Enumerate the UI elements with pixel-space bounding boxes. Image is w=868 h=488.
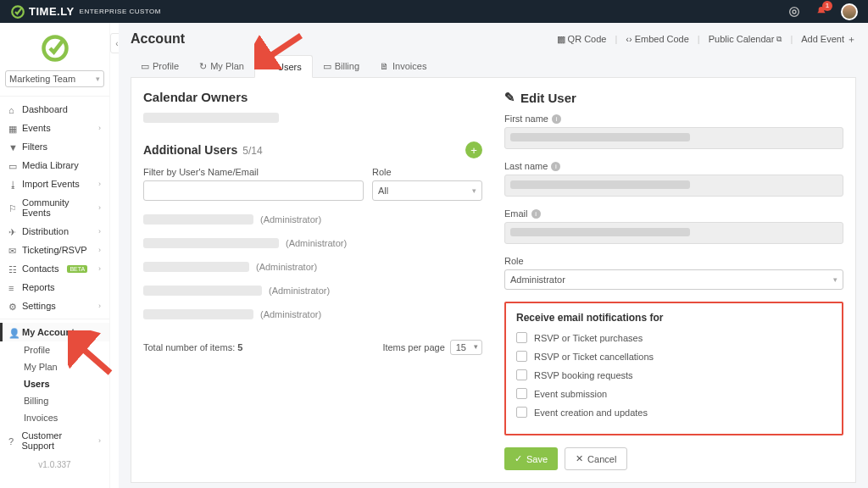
chevron-right-icon: › (98, 246, 101, 254)
notif-rsvp-purchases[interactable]: RSVP or Ticket purchases (516, 332, 832, 343)
user-row[interactable]: (Administrator) (143, 238, 482, 248)
sidebar-item-settings[interactable]: ⚙Settings› (0, 297, 109, 315)
email-notifications-box: Receive email notifications for RSVP or … (504, 302, 843, 435)
user-row[interactable]: (Administrator) (143, 262, 482, 272)
role-select[interactable]: Administrator▾ (504, 269, 843, 290)
sidebar-item-contacts[interactable]: ☷ContactsBETA› (0, 259, 109, 278)
notif-event-creation[interactable]: Event creation and updates (516, 407, 832, 418)
code-icon: ‹› (626, 34, 632, 44)
filter-icon: ▼ (8, 142, 17, 151)
sidebar-item-support[interactable]: ?Customer Support› (0, 426, 109, 455)
reports-icon: ≡ (8, 283, 17, 291)
sidebar-item-my-account[interactable]: 👤My Account⌄ (0, 323, 109, 341)
brand: TIME.LY ENTERPRISE CUSTOM (10, 4, 161, 19)
first-name-input[interactable] (504, 127, 843, 149)
save-button[interactable]: ✓Save (504, 447, 558, 470)
team-selector[interactable]: Marketing Team▾ (5, 70, 104, 87)
add-event-link[interactable]: Add Event ＋ (801, 33, 856, 46)
sidebar-sub-my-plan[interactable]: My Plan (0, 358, 109, 375)
tab-profile[interactable]: ▭Profile (131, 55, 189, 77)
sidebar-item-ticketing[interactable]: ✉Ticketing/RSVP› (0, 241, 109, 259)
tab-invoices[interactable]: 🗎Invoices (370, 55, 437, 77)
checkbox-label: Event submission (534, 389, 607, 399)
sidebar-sub-profile[interactable]: Profile (0, 341, 109, 358)
user-row[interactable]: (Administrator) (143, 309, 482, 319)
brand-logo-icon (10, 4, 25, 19)
tab-my-plan[interactable]: ↻My Plan (189, 55, 254, 77)
checkbox-label: Event creation and updates (534, 408, 648, 418)
profile-icon: ▭ (141, 61, 149, 72)
additional-users-title: Additional Users (143, 143, 237, 157)
user-role-text: (Administrator) (256, 262, 317, 272)
ticket-icon: ✉ (8, 246, 17, 254)
sidebar-item-filters[interactable]: ▼Filters (0, 137, 109, 156)
checkbox-label: RSVP or Ticket purchases (534, 333, 643, 343)
info-icon[interactable]: i (551, 162, 560, 171)
sidebar-item-community[interactable]: ⚐Community Events› (0, 193, 109, 222)
sidebar-sub-users[interactable]: Users (0, 375, 109, 392)
link-label: Public Calendar (709, 34, 775, 44)
sidebar-collapse-handle[interactable] (110, 23, 119, 488)
sidebar-item-dashboard[interactable]: ⌂Dashboard (0, 100, 109, 119)
checkbox-icon (516, 351, 527, 362)
notif-event-submission[interactable]: Event submission (516, 388, 832, 399)
page-title: Account (131, 31, 185, 47)
chevron-right-icon: › (98, 203, 101, 212)
svg-point-1 (790, 7, 799, 16)
sidebar-label: Filters (22, 141, 47, 152)
settings-icon: ⚙ (8, 302, 17, 310)
info-icon[interactable]: i (552, 114, 561, 124)
plus-icon: + (470, 144, 477, 157)
info-icon[interactable]: i (531, 209, 541, 219)
tab-billing[interactable]: ▭Billing (313, 55, 370, 77)
pencil-icon: ✎ (504, 90, 515, 105)
checkbox-icon (516, 407, 527, 418)
user-row[interactable]: (Administrator) (143, 286, 482, 296)
user-avatar[interactable] (841, 3, 858, 20)
notification-bell-icon[interactable]: 1 (814, 4, 829, 19)
notif-rsvp-cancellations[interactable]: RSVP or Ticket cancellations (516, 351, 832, 362)
brand-suffix: ENTERPRISE CUSTOM (80, 8, 161, 15)
media-icon: ▭ (8, 161, 17, 169)
sidebar-item-events[interactable]: ▦Events› (0, 119, 109, 137)
support-icon[interactable] (787, 4, 802, 19)
sidebar-item-distribution[interactable]: ✈Distribution› (0, 222, 109, 241)
external-link-icon: ⧉ (776, 35, 782, 44)
tab-label: My Plan (210, 61, 244, 71)
sidebar-sub-invoices[interactable]: Invoices (0, 409, 109, 426)
community-icon: ⚐ (8, 203, 17, 212)
embed-code-link[interactable]: ‹›Embed Code (626, 34, 689, 44)
filter-name-input[interactable] (143, 180, 364, 201)
items-per-page-select[interactable]: 15 (450, 340, 482, 355)
public-calendar-link[interactable]: Public Calendar⧉ (709, 34, 782, 44)
distribution-icon: ✈ (8, 227, 17, 236)
cancel-button[interactable]: ✕Cancel (565, 447, 627, 470)
link-label: Embed Code (635, 34, 689, 44)
email-input[interactable] (504, 222, 843, 244)
last-name-input[interactable] (504, 175, 843, 197)
svg-point-2 (793, 10, 796, 14)
edit-user-title: ✎Edit User (504, 90, 843, 105)
tab-users[interactable]: ⚑Users (254, 55, 313, 78)
sidebar-item-import[interactable]: ⭳Import Events› (0, 175, 109, 193)
team-selector-value: Marketing Team (9, 74, 75, 84)
notif-rsvp-booking[interactable]: RSVP booking requests (516, 369, 832, 380)
user-row[interactable]: (Administrator) (143, 214, 482, 225)
checkbox-label: RSVP or Ticket cancellations (534, 352, 654, 362)
sidebar-item-media[interactable]: ▭Media Library (0, 156, 109, 175)
link-label: Add Event (801, 34, 844, 44)
sidebar-item-reports[interactable]: ≡Reports (0, 278, 109, 297)
chevron-down-icon: ▾ (472, 186, 476, 195)
user-role-text: (Administrator) (286, 238, 347, 248)
button-label: Save (526, 454, 548, 464)
invoices-icon: 🗎 (380, 61, 389, 71)
link-label: QR Code (568, 34, 607, 44)
filter-role-select[interactable]: All▾ (372, 180, 482, 201)
qr-code-link[interactable]: ▩QR Code (557, 34, 607, 45)
add-user-button[interactable]: + (465, 141, 482, 158)
sidebar-sub-billing[interactable]: Billing (0, 392, 109, 409)
sidebar-label: Ticketing/RSVP (22, 245, 87, 255)
tab-label: Billing (335, 61, 359, 71)
calendar-icon: ▦ (8, 124, 17, 132)
owner-redacted (143, 113, 279, 123)
